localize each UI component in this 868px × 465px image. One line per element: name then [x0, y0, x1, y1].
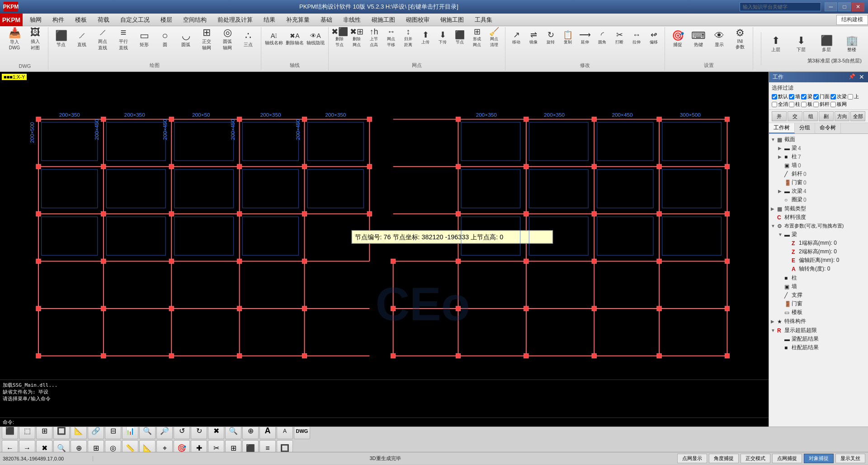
btm-target-button[interactable]: ⌖	[156, 440, 173, 452]
clean-grid-button[interactable]: 🧹 网点清理	[486, 28, 502, 48]
tree-row-rebar[interactable]: ▼ R 显示超筋超限	[770, 326, 867, 335]
tree-row-brace[interactable]: ╱ 斜杆 0	[777, 170, 867, 178]
filter-remove-button[interactable]: 剔	[819, 111, 834, 121]
btm-grid3-button[interactable]: ⊞	[225, 440, 241, 452]
menu-item-foundation[interactable]: 基础	[315, 14, 338, 26]
circle-button[interactable]: ○ 圆	[155, 28, 175, 51]
menu-item-steel-draw[interactable]: 钢施工图	[435, 14, 469, 26]
tree-row-layout-params[interactable]: ▼ ⚙ 布置参数(可改,可拖拽布置)	[770, 222, 867, 230]
rotate-button[interactable]: ↻ 旋转	[542, 28, 559, 48]
expand-section[interactable]: ▼	[771, 137, 777, 142]
minimize-button[interactable]: ─	[825, 2, 837, 11]
canvas-area[interactable]: ■■■1:X-Y	[0, 72, 769, 380]
tree-row-section-type[interactable]: ▶ ▦ 简截类型	[770, 204, 867, 213]
btm-3d-button[interactable]: ⬛	[2, 427, 18, 439]
filter-slab-check[interactable]	[801, 102, 807, 107]
btm-search2-button[interactable]: 🔍	[53, 440, 70, 452]
ortho-axis-button[interactable]: ⊞ 正交轴网	[197, 28, 217, 51]
btm-list-button[interactable]: ≡	[259, 440, 276, 452]
tree-row-support-params[interactable]: ╱ 支撑	[777, 291, 867, 299]
form-grid-button[interactable]: ⊞ 形成网点	[469, 28, 485, 48]
tree-row-z1[interactable]: Z 1端标高(mm): 0	[784, 239, 867, 247]
btm-zoom-button[interactable]: ⊕	[71, 440, 87, 452]
btm-chart-button[interactable]: 📊	[122, 427, 138, 439]
tree-row-special[interactable]: ▶ ★ 特殊构件	[770, 317, 867, 326]
full-building-button[interactable]: 🏢 整楼	[840, 33, 863, 56]
menu-item-space[interactable]: 空间结构	[178, 14, 212, 26]
filter-inc-check[interactable]	[813, 102, 819, 107]
expand-beam[interactable]: ▶	[778, 146, 784, 151]
filter-sb-check[interactable]	[830, 94, 836, 100]
axis-hide-button[interactable]: 👁A 轴线隐现	[306, 28, 326, 51]
filter-intersect-button[interactable]: 交	[788, 111, 802, 121]
expand-column[interactable]: ▶	[778, 154, 784, 159]
tree-row-wall-params[interactable]: ▣ 墙	[777, 282, 867, 291]
arc-axis-button[interactable]: ◎ 圆弧轴网	[217, 28, 237, 51]
btm-cancel-button[interactable]: ✖	[36, 440, 52, 452]
menu-item-level[interactable]: 楼层	[155, 14, 178, 26]
lower-layer-button[interactable]: ⬇ 下层	[789, 33, 813, 56]
menu-item-axis[interactable]: 轴网	[24, 14, 47, 26]
filter-default[interactable]: 默认	[772, 93, 788, 100]
fillet-button[interactable]: ◜ 圆角	[594, 28, 610, 48]
filter-sg-check[interactable]	[830, 102, 836, 107]
filter-beam[interactable]: 梁	[801, 93, 812, 100]
menu-item-tools[interactable]: 工具集	[469, 14, 498, 26]
btm-wireframe-button[interactable]: ⬚	[19, 427, 35, 439]
filter-direction-button[interactable]: 方向	[835, 111, 849, 121]
tree-row-material[interactable]: C 材料强度	[770, 213, 867, 222]
btm-text-large-button[interactable]: A	[259, 427, 276, 439]
stretch-button[interactable]: ↔ 拉伸	[628, 28, 645, 48]
tree-row-doorwindow[interactable]: 🚪 门窗 0	[777, 178, 867, 187]
node-pan-button[interactable]: ↔ 网点平移	[383, 28, 399, 48]
arc-button[interactable]: ◡ 圆弧	[176, 28, 196, 51]
menu-item-component[interactable]: 构件	[47, 14, 70, 26]
tree-row-section[interactable]: ▼ ▦ 截面	[770, 135, 867, 144]
tab-group[interactable]: 分组	[795, 123, 815, 133]
three-point-button[interactable]: ∴ 三点	[238, 28, 258, 51]
btm-delete-button[interactable]: ✖	[208, 427, 224, 439]
btm-redo-button[interactable]: ↻	[191, 427, 207, 439]
btm-rect-sel-button[interactable]: 🔲	[53, 427, 70, 439]
upload-button[interactable]: ⬆ 上传	[417, 28, 434, 48]
snap-button[interactable]: 🎯 捕捉	[668, 28, 688, 51]
filter-group-button[interactable]: 组	[803, 111, 818, 121]
btm-link-button[interactable]: 🔗	[88, 427, 104, 439]
mode-selector[interactable]: 结构建模	[836, 15, 868, 25]
del-grid-button[interactable]: ✖⊞ 删除网点	[349, 28, 365, 48]
menu-item-load[interactable]: 荷载	[92, 14, 115, 26]
filter-clear-all[interactable]: 全消	[772, 101, 788, 108]
filter-dw-check[interactable]	[813, 94, 819, 100]
node-btn[interactable]: ⬛ 节点	[452, 28, 468, 48]
filter-beam-check[interactable]	[801, 94, 807, 100]
break-button[interactable]: ✂ 打断	[611, 28, 627, 48]
btm-table-button[interactable]: ⊟	[105, 427, 121, 439]
tab-command-tree[interactable]: 命令树	[815, 123, 841, 133]
tree-row-beam-rebar[interactable]: ▬ 梁配筋结果	[777, 335, 867, 343]
tree-row-beam-params[interactable]: ▼ ▬ 梁	[777, 230, 867, 239]
tree-row-column[interactable]: ▶ ■ 柱 7	[777, 152, 867, 161]
ortho-mode-button[interactable]: 正交模式	[741, 454, 770, 463]
hotkey-button[interactable]: ⌨ 热键	[689, 28, 708, 51]
right-panel-close[interactable]: ✕	[859, 73, 864, 81]
right-panel-pin[interactable]: 📌	[849, 73, 855, 81]
filter-clear-check[interactable]	[772, 102, 777, 107]
console-input[interactable]	[16, 419, 766, 425]
tree-row-beam[interactable]: ▶ ▬ 梁 4	[777, 144, 867, 152]
tree-row-wall[interactable]: ▣ 墙 0	[777, 161, 867, 170]
btm-zoomout-button[interactable]: 🔎	[156, 427, 173, 439]
filter-col-check[interactable]	[789, 102, 794, 107]
tree-row-column-params[interactable]: ■ 柱	[777, 274, 867, 282]
copy-button[interactable]: 📋 复制	[560, 28, 576, 48]
btm-zoomin-button[interactable]: 🔍	[139, 427, 156, 439]
rect-button[interactable]: ▭ 矩形	[134, 28, 154, 51]
angle-snap-button[interactable]: 角度捕捉	[709, 454, 739, 463]
import-dwg-button[interactable]: 📥 导入DWG	[5, 28, 24, 51]
filter-door-window[interactable]: 门面	[813, 93, 830, 100]
filter-default-check[interactable]	[772, 94, 777, 100]
btm-undo-button[interactable]: ↺	[174, 427, 190, 439]
maximize-button[interactable]: □	[838, 2, 851, 11]
tree-row-column-rebar[interactable]: ■ 柱配筋结果	[777, 343, 867, 352]
btm-cross-button[interactable]: ✚	[191, 440, 207, 452]
menu-item-masonry-draw[interactable]: 砌施工图	[366, 14, 401, 26]
